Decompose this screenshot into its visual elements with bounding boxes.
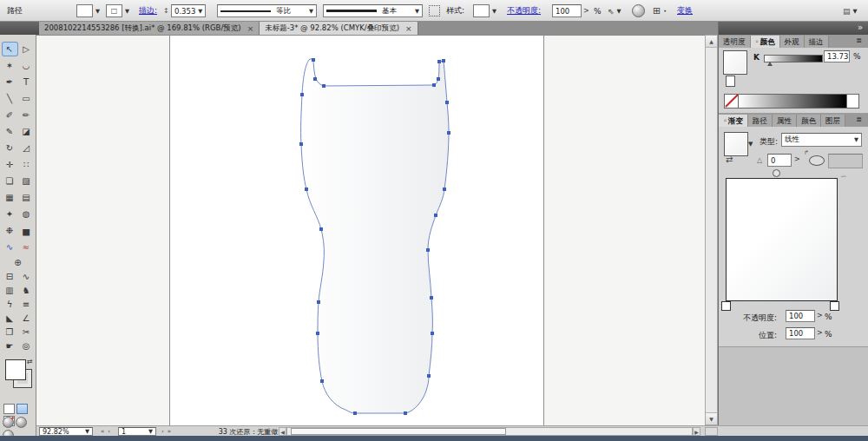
document-tab[interactable]: 未标题-3* @ 92.82% (CMYK/叠印预览)× (260, 22, 418, 35)
free-transform-tool[interactable]: ▨ (19, 174, 34, 188)
panel-tab-图层[interactable]: 图层 (821, 115, 845, 127)
artboard-number-select[interactable]: 1 ▼ (118, 427, 156, 436)
gradient-stop-right[interactable] (830, 301, 839, 311)
transform-link[interactable]: 变换 (677, 4, 693, 17)
reverse-gradient-icon[interactable]: ⇄ (726, 155, 733, 164)
panel-tab-渐变[interactable]: 渐变 (719, 115, 748, 127)
document-tab[interactable]: 2008102214553286 [转换].ai* @ 169.81% (RGB… (39, 22, 260, 35)
lasso-tool[interactable]: ◡ (19, 59, 34, 72)
gradient-preview-square[interactable] (726, 178, 838, 301)
fill-color-select[interactable]: ▼ (76, 4, 100, 17)
anchor-point[interactable] (299, 142, 303, 146)
align-icon[interactable]: ⊞• (653, 4, 667, 17)
opacity-popup-arrow-icon[interactable]: > (583, 4, 589, 17)
stop-location-field[interactable]: 100 (786, 327, 815, 339)
stop-opacity-field[interactable]: 100 (786, 310, 815, 322)
stroke-weight-field[interactable]: 0.353▼ (171, 4, 206, 17)
panel-tab-外观[interactable]: 外观 (780, 36, 805, 48)
hscroll-thumb[interactable] (291, 428, 506, 435)
stroke-swatch-icon[interactable] (726, 76, 735, 87)
panel-tab-颜色[interactable]: 颜色 (797, 115, 821, 127)
warp-tool[interactable]: ✛ (3, 158, 17, 171)
smooth-tool[interactable]: ✎ (3, 125, 17, 138)
rotate-tool[interactable]: ↻ (3, 142, 17, 155)
white-swatch[interactable] (846, 95, 858, 108)
measure-tool[interactable]: ◣ (3, 312, 17, 325)
recolor-artwork-icon[interactable] (632, 4, 645, 17)
anchor-point[interactable] (427, 374, 431, 378)
direct-selection-tool[interactable]: ▷ (19, 43, 34, 56)
anchor-point[interactable] (447, 131, 450, 135)
selection-tool[interactable]: ↖ (3, 43, 17, 56)
anchor-point[interactable] (353, 411, 357, 415)
stroke-weight-stepper[interactable]: ↕ (163, 4, 169, 17)
stroke-color-select[interactable]: □▼ (106, 4, 129, 17)
anchor-point[interactable] (437, 77, 440, 81)
panel-tab-颜色[interactable]: 颜色 (751, 36, 780, 48)
anchor-point[interactable] (443, 188, 446, 191)
column-graph-tool[interactable]: ▅ (19, 224, 34, 237)
gradient-midpoint-marker[interactable] (773, 169, 780, 177)
panel-tab-透明度[interactable]: 透明度 (719, 36, 751, 48)
anchor-point[interactable] (432, 83, 436, 87)
paragraph-tool[interactable]: ≡ (19, 298, 34, 311)
bounding-box-icon[interactable] (429, 4, 440, 17)
close-tab-icon[interactable]: × (405, 24, 412, 33)
gradient-swatch-menu-icon[interactable]: ▼ (748, 141, 753, 148)
crop-area-tool[interactable]: ❒ (3, 326, 17, 339)
bottle-path[interactable] (301, 59, 449, 413)
anchor-point[interactable] (313, 77, 317, 81)
hscroll-left-icon[interactable]: ◀ (279, 427, 286, 436)
panel-menu-icon[interactable]: ≣ (856, 36, 865, 44)
type-tool[interactable]: T (19, 76, 34, 89)
fill-swatch[interactable] (76, 4, 93, 17)
panel-tab-路径[interactable]: 路径 (748, 115, 773, 127)
stroke-swatch[interactable]: □ (106, 4, 122, 17)
width-profile-select[interactable]: 等比 ▼ (217, 4, 317, 17)
eyedropper-tool[interactable]: ✦ (3, 207, 17, 220)
anchor-point[interactable] (431, 332, 434, 335)
panel-tab-属性[interactable]: 属性 (773, 115, 797, 127)
width-tool[interactable]: ❏ (3, 174, 17, 188)
brush-select[interactable]: 基本 ▼ (323, 4, 423, 17)
rectangle-tool[interactable]: ▭ (19, 92, 34, 105)
horizontal-scrollbar[interactable] (286, 427, 693, 436)
gradient-mode-button[interactable] (16, 404, 28, 414)
anchor-point[interactable] (404, 411, 407, 415)
gradient-tool[interactable]: ▤ (19, 191, 34, 204)
eraser-tool[interactable]: ◪ (19, 125, 34, 138)
hscroll-right-icon[interactable]: ▶ (693, 427, 700, 436)
envelope-tool[interactable]: ⊟ (3, 270, 17, 283)
symbol-sprayer-tool[interactable]: ❉ (3, 224, 17, 237)
zoom-tool[interactable]: ◎ (19, 339, 34, 352)
k-ramp[interactable] (739, 95, 846, 108)
anchor-point[interactable] (319, 227, 323, 231)
swap-fill-stroke-icon[interactable]: ⇄ (27, 358, 33, 365)
zigzag-tool[interactable]: ϟ (3, 298, 17, 311)
anchor-point[interactable] (437, 60, 441, 63)
k-slider-handle[interactable] (767, 62, 773, 66)
anchor-point[interactable] (312, 58, 315, 62)
style-select[interactable]: ▼ (473, 4, 496, 17)
hand-tool[interactable]: ☛ (3, 339, 17, 352)
line-segment-tool[interactable]: ╲ (3, 92, 17, 105)
pencil-tool[interactable]: ✏ (19, 109, 34, 122)
anchor-point[interactable] (445, 101, 449, 104)
arc-tool[interactable]: ∿ (3, 240, 17, 253)
gradient-angle-field[interactable]: 0 (767, 154, 792, 167)
gradient-type-select[interactable]: 线性 ▼ (781, 133, 862, 147)
first-artboard-icon[interactable]: « (101, 428, 104, 435)
slice-tool[interactable]: ✂ (19, 326, 34, 339)
anchor-point[interactable] (320, 379, 324, 383)
opacity-popup-arrow-icon[interactable]: > (817, 312, 823, 319)
panel-tab-描边[interactable]: 描边 (805, 36, 829, 48)
pen-tool[interactable]: ✒ (3, 76, 17, 89)
k-value-field[interactable]: 13.73 (824, 50, 850, 63)
artboard-tool[interactable]: ⊕ (10, 256, 25, 269)
panel-menu-icon[interactable]: ≣ (856, 115, 865, 123)
zoom-level-select[interactable]: 92.82% ▼ (39, 427, 93, 436)
gradient-stop-left[interactable] (721, 301, 731, 311)
anchor-point[interactable] (305, 188, 308, 191)
angle-popup-arrow-icon[interactable]: > (794, 155, 800, 163)
k-slider[interactable] (764, 55, 823, 63)
